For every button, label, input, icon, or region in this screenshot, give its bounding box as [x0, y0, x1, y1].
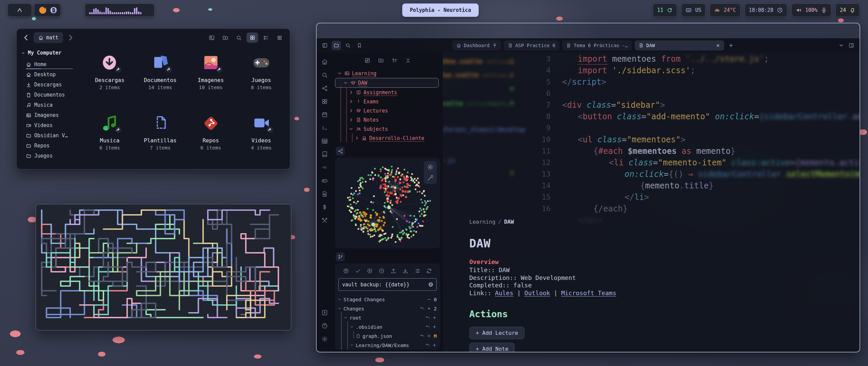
- breadcrumb[interactable]: matt: [34, 32, 63, 43]
- git-upload-icon[interactable]: [390, 267, 397, 274]
- note-link-aules[interactable]: Aules: [495, 289, 513, 297]
- sidebar-section-title[interactable]: My Computer: [21, 50, 79, 56]
- ribbon-table-icon[interactable]: [320, 137, 329, 145]
- ribbon-terminal-icon[interactable]: [320, 123, 329, 132]
- git-row-root[interactable]: root: [335, 313, 440, 322]
- ribbon-vault-icon[interactable]: [320, 308, 329, 317]
- graph-filter-wand-icon[interactable]: [427, 175, 434, 181]
- chevron-down-icon[interactable]: [338, 298, 341, 301]
- ribbon-gamepad-icon[interactable]: [320, 176, 329, 185]
- git-row-learning-daw-exams[interactable]: Learning/DAW/Exams: [335, 341, 440, 350]
- tab-tema-6-pr-cticas-[interactable]: Tema 6 Prácticas -…: [562, 40, 632, 50]
- forward-button[interactable]: [66, 33, 75, 42]
- notifications-widget[interactable]: 24: [835, 3, 860, 17]
- folder-item-documentos[interactable]: Documentos 14 items: [135, 53, 185, 113]
- chevron-right-icon[interactable]: [349, 108, 354, 113]
- tab-dashboard[interactable]: Dashboard: [452, 40, 501, 50]
- git-undo-icon[interactable]: [420, 334, 425, 338]
- bookmarks-tab-icon[interactable]: [355, 41, 364, 50]
- git-row-staged-changes[interactable]: Staged Changes0: [335, 295, 440, 304]
- git-circleup-icon[interactable]: [343, 267, 350, 274]
- git-plus-icon[interactable]: [432, 325, 437, 329]
- folder-item-imagenes[interactable]: Imagenes 10 items: [185, 53, 236, 113]
- git-row-changes[interactable]: Changes2: [335, 304, 440, 313]
- new-tab-button[interactable]: [727, 41, 735, 49]
- now-playing[interactable]: Polyphia - Neurotica: [402, 3, 479, 17]
- tab-daw[interactable]: DAW: [635, 40, 724, 50]
- chevron-down-icon[interactable]: [350, 343, 354, 347]
- keyboard-layout-widget[interactable]: US: [681, 3, 706, 17]
- weather-widget[interactable]: 24°C: [710, 3, 740, 17]
- chevron-down-icon[interactable]: [344, 316, 348, 320]
- sidebar-item-home[interactable]: Home: [21, 59, 70, 69]
- ribbon-dollar-icon[interactable]: [320, 203, 329, 211]
- git-undo-icon[interactable]: [426, 316, 430, 320]
- ribbon-share2-icon[interactable]: [320, 84, 329, 93]
- ribbon-gear-icon[interactable]: [320, 334, 329, 343]
- explorer-collapse-icon[interactable]: [404, 57, 412, 64]
- tree-item-daw[interactable]: DAW: [335, 78, 439, 88]
- files-tab-icon[interactable]: [332, 41, 341, 50]
- sidebar-item-desktop[interactable]: Desktop: [21, 69, 70, 80]
- tab-list-dropdown-icon[interactable]: [839, 43, 844, 48]
- ribbon-home-icon[interactable]: [320, 57, 329, 66]
- tree-item-assignments[interactable]: Assignments: [335, 88, 440, 97]
- ribbon-calendar-icon[interactable]: [320, 110, 329, 119]
- chevron-right-icon[interactable]: [349, 99, 354, 104]
- git-undo-icon[interactable]: [426, 325, 430, 329]
- git-minus-icon[interactable]: [427, 297, 431, 302]
- git-plus-icon[interactable]: [432, 343, 437, 347]
- sidebar-item-imagenes[interactable]: Imagenes: [21, 110, 70, 120]
- sidebar-item-juegos[interactable]: Juegos: [21, 151, 70, 161]
- sidebar-item-repos[interactable]: Repos: [21, 141, 70, 151]
- git-check-icon[interactable]: [355, 267, 361, 274]
- tree-item-lectures[interactable]: Lectures: [335, 106, 440, 115]
- note-link-outlook[interactable]: Outlook: [525, 289, 550, 297]
- git-downloadt-icon[interactable]: [402, 267, 409, 274]
- ribbon-book-icon[interactable]: [320, 150, 329, 159]
- explorer-folderplus-icon[interactable]: [377, 57, 384, 64]
- firefox-icon[interactable]: [38, 6, 47, 15]
- graph-settings-gear-icon[interactable]: [427, 164, 434, 170]
- git-listic-icon[interactable]: [414, 267, 421, 274]
- chevron-right-icon[interactable]: [349, 90, 354, 95]
- tree-item-subjects[interactable]: Subjects: [335, 124, 440, 134]
- search-button[interactable]: [233, 33, 244, 43]
- back-button[interactable]: [21, 33, 31, 42]
- note-link-microsoft-teams[interactable]: Microsoft Teams: [561, 289, 616, 297]
- git-plus-icon[interactable]: [432, 316, 437, 320]
- toggle-left-sidebar-icon[interactable]: [320, 41, 330, 50]
- close-tab-icon[interactable]: [716, 43, 720, 48]
- chevron-down-icon[interactable]: [338, 307, 341, 310]
- git-plusc-icon[interactable]: [367, 267, 373, 274]
- ribbon-codepct-icon[interactable]: <%: [320, 163, 329, 172]
- tree-item-desarrollo-cliente[interactable]: Desarrollo-Cliente: [335, 134, 440, 143]
- search-tab-icon[interactable]: [343, 41, 353, 50]
- new-folder-button[interactable]: [219, 33, 231, 43]
- compact-view-button[interactable]: [274, 33, 285, 43]
- folder-item-descargas[interactable]: Descargas 2 items: [84, 53, 135, 113]
- tree-item-notes[interactable]: Notes: [335, 115, 440, 124]
- note-breadcrumb[interactable]: Learning/DAW: [469, 219, 802, 225]
- clear-message-icon[interactable]: [428, 282, 434, 287]
- git-section-icon[interactable]: [336, 252, 345, 261]
- file-manager-app-icon[interactable]: [51, 7, 57, 13]
- sidebar-item-descargas[interactable]: Descargas: [21, 80, 70, 90]
- chevron-down-icon[interactable]: [349, 126, 354, 131]
- folder-item-juegos[interactable]: Juegos 8 items: [236, 53, 287, 113]
- git-undo-icon[interactable]: [420, 306, 425, 311]
- launcher-button[interactable]: [7, 3, 32, 17]
- git-row--obsidian[interactable]: .obsidian: [335, 322, 440, 331]
- folder-item-musica[interactable]: Musica 6 items: [84, 113, 135, 173]
- git-undo-icon[interactable]: [426, 343, 430, 347]
- chevron-down-icon[interactable]: [350, 325, 354, 329]
- chevron-right-icon[interactable]: [349, 117, 354, 122]
- folder-item-repos[interactable]: Repos 6 items: [185, 113, 236, 173]
- list-view-button[interactable]: [260, 33, 272, 43]
- ribbon-layout-icon[interactable]: [320, 97, 329, 106]
- git-minusc-icon[interactable]: [378, 267, 385, 274]
- volume-widget[interactable]: 100%: [791, 3, 831, 17]
- tree-item-learning[interactable]: Learning: [335, 69, 440, 78]
- git-refresh-icon[interactable]: [426, 267, 433, 274]
- tree-item-exams[interactable]: Exams: [335, 97, 440, 106]
